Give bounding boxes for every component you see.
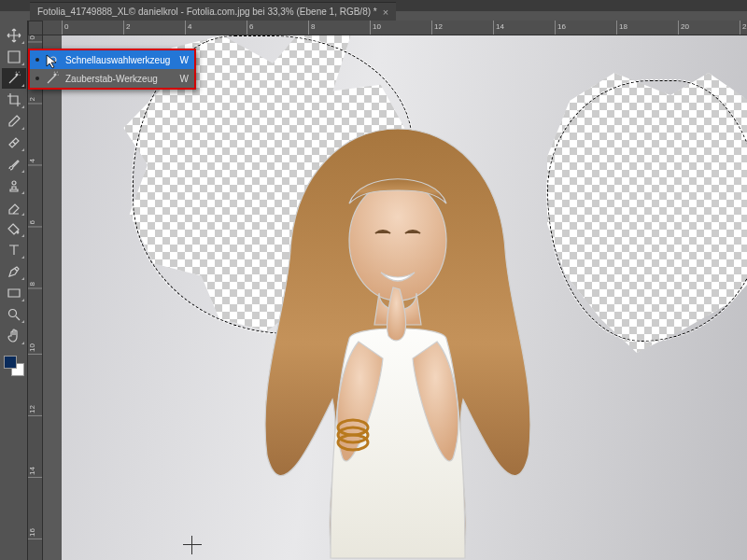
image-document[interactable] (62, 35, 747, 560)
pen-tool[interactable] (2, 261, 26, 282)
ruler-tick: 2 (28, 97, 42, 104)
svg-point-1 (338, 420, 368, 435)
flyout-item-shortcut: W (180, 55, 189, 65)
quick-selection-tool[interactable] (2, 68, 26, 89)
toolbox (0, 21, 28, 560)
ruler-tick: 6 (247, 21, 253, 35)
flyout-item-wand[interactable]: Zauberstab-Werkzeug W (30, 69, 194, 88)
bullet-icon (35, 77, 39, 80)
ruler-tick: 18 (616, 21, 627, 35)
svg-point-3 (338, 435, 368, 450)
document-tab-strip: Fotolia_41749888_XL© danielkrol - Fotoli… (30, 1, 396, 21)
clone-stamp-tool[interactable] (2, 175, 26, 196)
shape-tool[interactable] (2, 283, 26, 303)
wand-icon (45, 71, 60, 86)
tool-flyout-menu: Schnellauswahlwerkzeug W Zauberstab-Werk… (28, 49, 196, 90)
eyedropper-tool[interactable] (2, 111, 26, 132)
healing-brush-tool[interactable] (2, 133, 26, 153)
brush-tool[interactable] (2, 154, 26, 175)
move-tool[interactable] (2, 25, 26, 46)
ruler-tick: 2 (123, 21, 130, 35)
close-icon[interactable]: × (383, 7, 388, 18)
color-swatches[interactable] (4, 356, 24, 376)
ruler-tick: 16 (28, 528, 42, 539)
ruler-tick: 4 (28, 159, 42, 165)
ruler-tick: 8 (28, 282, 42, 288)
ruler-tick: 0 (28, 35, 42, 42)
ruler-tick: 12 (431, 21, 443, 35)
qsel-icon (45, 52, 60, 67)
vertical-ruler[interactable]: 0246810121416 (28, 35, 43, 560)
ruler-tick: 10 (370, 21, 381, 35)
ruler-tick: 16 (555, 21, 566, 35)
flyout-item-label: Zauberstab-Werkzeug (65, 74, 158, 84)
eraser-tool[interactable] (2, 197, 26, 217)
foreground-swatch[interactable] (4, 356, 17, 369)
ruler-tick: 4 (185, 21, 191, 35)
ruler-tick: 12 (28, 405, 42, 416)
hand-tool[interactable] (2, 326, 26, 346)
ruler-tick: 6 (28, 220, 42, 227)
ruler-tick: 22 (740, 21, 747, 35)
ruler-origin[interactable] (28, 21, 43, 35)
precise-cursor-icon (183, 536, 202, 554)
ruler-tick: 20 (678, 21, 689, 35)
horizontal-ruler[interactable]: 0246810121416182022 (43, 21, 747, 35)
paint-bucket-tool[interactable] (2, 218, 26, 239)
document-tab-title: Fotolia_41749888_XL© danielkrol - Fotoli… (37, 7, 377, 17)
ruler-tick: 8 (308, 21, 315, 35)
crop-tool[interactable] (2, 90, 26, 110)
selection-marquee (547, 80, 747, 342)
canvas-viewport[interactable] (43, 35, 747, 560)
flyout-item-shortcut: W (180, 74, 189, 84)
document-tab[interactable]: Fotolia_41749888_XL© danielkrol - Fotoli… (30, 2, 396, 21)
ruler-tick: 14 (493, 21, 504, 35)
ruler-tick: 14 (28, 467, 42, 478)
flyout-item-label: Schnellauswahlwerkzeug (65, 55, 170, 65)
bullet-icon (35, 58, 39, 62)
type-tool[interactable] (2, 240, 26, 260)
ruler-tick: 0 (62, 21, 68, 35)
flyout-item-qsel[interactable]: Schnellauswahlwerkzeug W (30, 50, 194, 69)
svg-point-2 (338, 427, 368, 442)
ruler-tick: 10 (28, 343, 42, 355)
zoom-tool[interactable] (2, 304, 26, 325)
marquee-tool[interactable] (2, 47, 26, 67)
